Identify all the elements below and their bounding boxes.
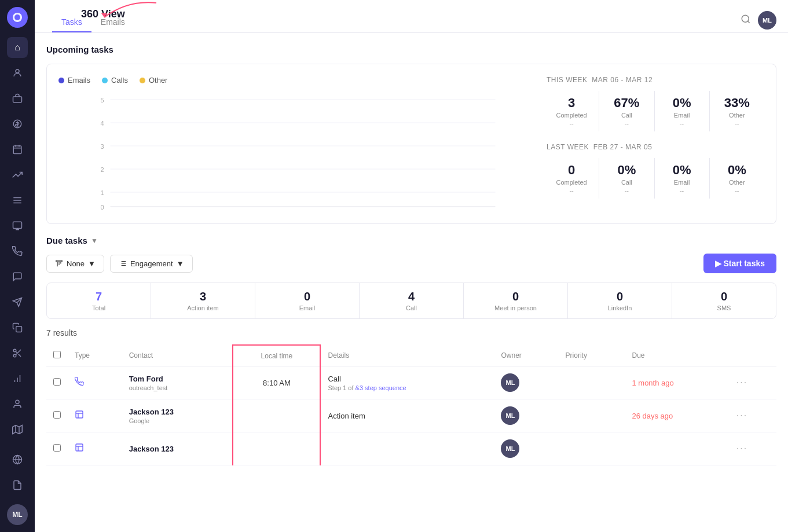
stats-tab-email[interactable]: 0 Email <box>255 283 360 318</box>
row1-more-icon[interactable]: ··· <box>736 377 747 387</box>
none-filter-chevron: ▼ <box>88 259 96 268</box>
trending-icon[interactable] <box>7 164 28 185</box>
row3-more-icon[interactable]: ··· <box>736 443 747 453</box>
row3-due <box>625 432 729 465</box>
svg-rect-54 <box>56 261 63 262</box>
header-checkbox-cell <box>46 345 68 366</box>
select-all-checkbox[interactable] <box>53 351 61 358</box>
file-icon[interactable] <box>7 475 28 496</box>
send-icon[interactable] <box>7 292 28 313</box>
tab-emails[interactable]: Emails <box>91 13 134 32</box>
stat-call-last: 0% Call -- <box>599 158 654 199</box>
row1-checkbox[interactable] <box>53 378 61 386</box>
search-icon[interactable] <box>741 14 751 27</box>
home-icon[interactable]: ⌂ <box>7 37 28 58</box>
svg-rect-3 <box>13 97 22 102</box>
header-priority: Priority <box>559 345 625 366</box>
svg-text:1: 1 <box>101 189 104 196</box>
phone-sidebar-icon[interactable] <box>7 241 28 262</box>
svg-rect-61 <box>76 411 83 418</box>
chat-icon[interactable] <box>7 266 28 287</box>
bar-chart-icon[interactable] <box>7 368 28 389</box>
row1-owner-avatar: ML <box>501 373 519 392</box>
row1-detail-type: Call <box>328 375 487 383</box>
row2-contact-name: Jackson 123 <box>129 408 226 416</box>
row1-detail-sub: Step 1 of &3 step sequence <box>328 384 487 391</box>
row3-type <box>68 432 122 465</box>
table-row: Tom Ford outreach_test 8:10 AM Call Step… <box>46 366 776 399</box>
briefcase-icon[interactable] <box>7 88 28 109</box>
row2-contact-sub: Google <box>129 417 226 424</box>
row2-type <box>68 399 122 432</box>
row2-checkbox-cell <box>46 399 68 432</box>
stats-tab-action[interactable]: 3 Action item <box>151 283 255 318</box>
emails-dot <box>58 78 64 83</box>
action-icon <box>75 411 84 421</box>
engagement-filter[interactable]: Engagement ▼ <box>110 255 193 273</box>
dollar-icon[interactable] <box>7 113 28 134</box>
row3-priority <box>559 432 625 465</box>
scissors-icon[interactable] <box>7 343 28 364</box>
row3-local-time <box>233 432 320 465</box>
calendar-icon[interactable] <box>7 139 28 160</box>
row1-time-value: 8:10 AM <box>240 379 313 387</box>
start-tasks-button[interactable]: ▶ Start tasks <box>703 254 776 273</box>
header-due: Due <box>625 345 729 366</box>
svg-point-33 <box>742 15 749 22</box>
svg-line-34 <box>747 21 749 23</box>
row2-checkbox[interactable] <box>53 411 61 419</box>
row3-owner: ML <box>494 432 558 465</box>
row2-local-time <box>233 399 320 432</box>
header-details: Details <box>320 345 494 366</box>
due-tasks-header: Due tasks ▼ <box>46 236 776 245</box>
svg-rect-5 <box>13 146 21 154</box>
header: 360 View Tasks Emails ML <box>35 0 788 33</box>
row1-actions: ··· <box>730 366 776 399</box>
engagement-filter-chevron: ▼ <box>177 259 184 268</box>
stats-tab-total[interactable]: 7 Total <box>47 283 151 318</box>
due-tasks-chevron[interactable]: ▼ <box>91 237 98 245</box>
row3-owner-avatar: ML <box>501 439 519 458</box>
tab-tasks[interactable]: Tasks <box>52 13 91 32</box>
row1-due-value: 1 month ago <box>632 379 673 387</box>
stat-email-last: 0% Email -- <box>655 158 710 199</box>
copy-icon[interactable] <box>7 317 28 338</box>
chart-area: Emails Calls Other 5 4 3 <box>58 76 527 212</box>
header-owner: Owner <box>494 345 558 366</box>
legend-other-label: Other <box>149 76 168 85</box>
contact-icon[interactable] <box>7 394 28 414</box>
stat-completed-last: 0 Completed -- <box>544 158 599 199</box>
sequence-link[interactable]: &3 step sequence <box>355 384 406 391</box>
user-avatar[interactable]: ML <box>7 504 28 525</box>
row2-details: Action item <box>320 399 494 432</box>
list-icon[interactable] <box>7 190 28 211</box>
stats-tab-call[interactable]: 4 Call <box>360 283 464 318</box>
this-week-stats: 3 Completed -- 67% Call -- 0% Email -- <box>544 91 764 131</box>
monitor-icon[interactable] <box>7 215 28 236</box>
row1-priority <box>559 366 625 399</box>
row2-more-icon[interactable]: ··· <box>736 410 747 420</box>
upcoming-tasks-card: Emails Calls Other 5 4 3 <box>46 64 776 224</box>
row2-detail-type: Action item <box>328 412 487 420</box>
svg-text:3: 3 <box>101 143 104 150</box>
none-filter[interactable]: None ▼ <box>46 255 104 273</box>
row1-owner: ML <box>494 366 558 399</box>
task-table: Type Contact Local time Details Owner Pr… <box>46 344 776 465</box>
svg-point-1 <box>14 14 20 20</box>
stats-tab-linkedin[interactable]: 0 LinkedIn <box>568 283 672 318</box>
row1-details: Call Step 1 of &3 step sequence <box>320 366 494 399</box>
phone-icon <box>75 378 84 388</box>
stats-tab-sms[interactable]: 0 SMS <box>672 283 776 318</box>
header-actions <box>730 345 776 366</box>
stats-tab-meet[interactable]: 0 Meet in person <box>464 283 568 318</box>
svg-rect-12 <box>13 222 22 228</box>
bar-chart: 5 4 3 2 1 0 Today Wed, Mar 08 Th <box>58 94 527 210</box>
stat-call-this: 67% Call -- <box>599 91 654 131</box>
globe-icon[interactable] <box>7 449 28 470</box>
row2-owner: ML <box>494 399 558 432</box>
map-icon[interactable] <box>7 419 28 440</box>
legend-emails: Emails <box>58 76 90 85</box>
users-icon[interactable] <box>7 63 28 83</box>
stats-tabs-row: 7 Total 3 Action item 0 Email 4 Call 0 M… <box>46 282 776 319</box>
row3-checkbox[interactable] <box>53 444 61 452</box>
